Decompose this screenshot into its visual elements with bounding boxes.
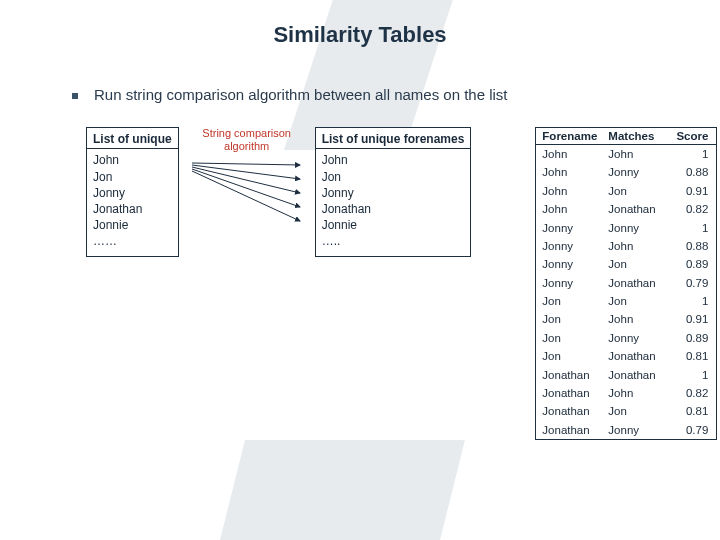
table-row: JonJonathan0.81: [536, 347, 716, 365]
list-item: Jon: [93, 169, 172, 185]
table-row: JonnyJohn0.88: [536, 237, 716, 255]
table-row: JohnJonny0.88: [536, 163, 716, 181]
table-row: JonJon1: [536, 292, 716, 310]
left-box-body: JohnJonJonnyJonathanJonnie……: [87, 149, 178, 255]
table-cell: Jonny: [536, 237, 602, 255]
list-item: Jonnie: [93, 217, 172, 233]
list-item: Jonny: [322, 185, 465, 201]
svg-line-2: [192, 167, 300, 193]
list-item: ……: [93, 233, 172, 249]
list-item: Jonny: [93, 185, 172, 201]
table-cell: Jonathan: [602, 366, 670, 384]
comparison-label-line2: algorithm: [224, 140, 269, 152]
table-cell: 1: [670, 292, 716, 310]
table-cell: Jon: [536, 310, 602, 328]
table-row: JonnyJon0.89: [536, 255, 716, 273]
table-cell: Jonny: [602, 219, 670, 237]
table-cell: John: [602, 145, 670, 163]
list-item: John: [322, 152, 465, 168]
table-row: JonJohn0.91: [536, 310, 716, 328]
svg-line-1: [192, 165, 300, 179]
bullet-item: Run string comparison algorithm between …: [72, 86, 720, 103]
table-row: JonathanJonny0.79: [536, 421, 716, 439]
table-cell: 0.89: [670, 329, 716, 347]
table-row: JohnJohn1: [536, 145, 716, 163]
right-box-body: JohnJonJonnyJonathanJonnie…..: [316, 149, 471, 255]
table-cell: 0.88: [670, 237, 716, 255]
table-cell: Jonny: [602, 163, 670, 181]
list-item: Jonathan: [93, 201, 172, 217]
table-cell: John: [602, 237, 670, 255]
table-cell: 1: [670, 219, 716, 237]
table-cell: 0.89: [670, 255, 716, 273]
table-cell: 1: [670, 145, 716, 163]
svg-line-3: [192, 169, 300, 207]
arrows-icon: [188, 155, 306, 233]
table-cell: 0.82: [670, 200, 716, 218]
list-item: Jon: [322, 169, 465, 185]
table-cell: 0.91: [670, 182, 716, 200]
table-cell: Jon: [602, 402, 670, 420]
diagram-area: List of unique JohnJonJonnyJonathanJonni…: [86, 127, 720, 440]
left-names-box: List of unique JohnJonJonnyJonathanJonni…: [86, 127, 179, 257]
list-item: Jonathan: [322, 201, 465, 217]
table-row: JonathanJonathan1: [536, 366, 716, 384]
table-cell: 0.91: [670, 310, 716, 328]
header-score: Score: [670, 128, 716, 144]
table-cell: 0.79: [670, 421, 716, 439]
header-matches: Matches: [602, 128, 670, 144]
table-cell: Jonny: [536, 255, 602, 273]
table-cell: Jon: [536, 347, 602, 365]
table-row: JonnyJonathan0.79: [536, 274, 716, 292]
table-cell: Jonny: [602, 329, 670, 347]
list-item: John: [93, 152, 172, 168]
table-cell: John: [536, 145, 602, 163]
score-table-body: JohnJohn1JohnJonny0.88JohnJon0.91JohnJon…: [536, 145, 716, 439]
table-cell: 0.88: [670, 163, 716, 181]
table-cell: John: [536, 182, 602, 200]
comparison-label: String comparison algorithm: [202, 127, 291, 153]
table-cell: 0.81: [670, 402, 716, 420]
table-cell: John: [536, 200, 602, 218]
table-cell: Jonny: [536, 219, 602, 237]
table-cell: 0.82: [670, 384, 716, 402]
header-forename: Forename: [536, 128, 602, 144]
slide-title: Similarity Tables: [0, 0, 720, 48]
table-cell: Jon: [602, 255, 670, 273]
table-row: JonathanJohn0.82: [536, 384, 716, 402]
table-cell: John: [602, 310, 670, 328]
svg-line-0: [192, 163, 300, 165]
table-cell: Jonathan: [536, 384, 602, 402]
bullet-text: Run string comparison algorithm between …: [94, 86, 508, 103]
comparison-label-line1: String comparison: [202, 127, 291, 139]
score-table-header: Forename Matches Score: [536, 128, 716, 145]
list-item: Jonnie: [322, 217, 465, 233]
table-cell: Jon: [536, 329, 602, 347]
table-cell: Jon: [602, 182, 670, 200]
right-box-header: List of unique forenames: [316, 128, 471, 149]
table-cell: Jonathan: [602, 274, 670, 292]
list-item: …..: [322, 233, 465, 249]
table-cell: John: [602, 384, 670, 402]
table-cell: 0.81: [670, 347, 716, 365]
table-cell: Jonny: [536, 274, 602, 292]
table-cell: Jon: [602, 292, 670, 310]
score-table: Forename Matches Score JohnJohn1JohnJonn…: [535, 127, 717, 440]
table-cell: Jonny: [602, 421, 670, 439]
table-cell: 0.79: [670, 274, 716, 292]
svg-line-4: [192, 171, 300, 221]
table-cell: Jonathan: [602, 200, 670, 218]
table-cell: Jonathan: [602, 347, 670, 365]
table-cell: Jonathan: [536, 402, 602, 420]
table-cell: Jonathan: [536, 421, 602, 439]
bullet-icon: [72, 93, 78, 99]
table-row: JohnJon0.91: [536, 182, 716, 200]
table-cell: Jon: [536, 292, 602, 310]
right-names-box: List of unique forenames JohnJonJonnyJon…: [315, 127, 472, 257]
table-cell: Jonathan: [536, 366, 602, 384]
table-row: JohnJonathan0.82: [536, 200, 716, 218]
comparison-arrows: String comparison algorithm: [187, 127, 307, 233]
table-cell: 1: [670, 366, 716, 384]
table-cell: John: [536, 163, 602, 181]
left-box-header: List of unique: [87, 128, 178, 149]
